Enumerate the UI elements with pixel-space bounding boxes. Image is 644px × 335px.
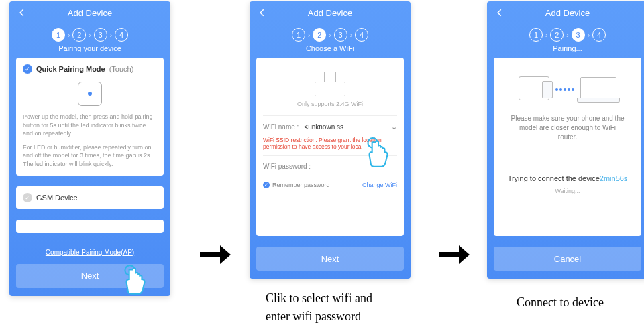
back-icon[interactable] bbox=[16, 7, 28, 19]
screen-pairing-progress: Add Device 1› 2› 3› 4 Pairing... Please … bbox=[487, 1, 644, 279]
phone-device-icon bbox=[519, 76, 549, 100]
subtitle: Pairing your device bbox=[9, 44, 170, 58]
pairing-card: Please make sure your phone and the mode… bbox=[494, 58, 641, 236]
wifi-name-field[interactable]: WiFi name : <unknown ss ⌄ bbox=[263, 115, 397, 134]
unchecked-icon: ✓ bbox=[23, 193, 32, 202]
next-button[interactable]: Next bbox=[256, 247, 404, 271]
gsm-device-card[interactable]: ✓ GSM Device bbox=[16, 186, 164, 209]
subtitle: Choose a WiFi bbox=[250, 44, 411, 58]
pairing-desc-1: Power up the model, then press and hold … bbox=[23, 113, 157, 138]
remember-password[interactable]: ✓Remember password bbox=[263, 182, 330, 188]
page-title: Add Device bbox=[487, 8, 644, 18]
next-button[interactable]: Next bbox=[16, 264, 164, 288]
step-2: 2 bbox=[72, 28, 86, 42]
pairing-desc-2: For LED or humidifier, please repeatedly… bbox=[23, 143, 157, 169]
cancel-button[interactable]: Cancel bbox=[494, 247, 641, 271]
quick-pairing-title: Quick Pairing Mode bbox=[36, 65, 105, 73]
subtitle: Pairing... bbox=[487, 44, 644, 58]
arrow-icon bbox=[197, 134, 232, 335]
step-indicator: 1› 2› 3› 4 bbox=[250, 24, 411, 44]
step-1: 1 bbox=[52, 28, 65, 42]
check-icon: ✓ bbox=[23, 64, 32, 74]
ssid-warning: WiFi SSID restriction. Please grant the … bbox=[263, 134, 397, 155]
screen-choose-wifi: Add Device 1› 2› 3› 4 Choose a WiFi Only… bbox=[250, 1, 411, 279]
caption-step2: Clik to select wifi andenter wifi passwo… bbox=[266, 289, 372, 326]
quick-pairing-card[interactable]: ✓ Quick Pairing Mode (Touch) Power up th… bbox=[16, 58, 164, 176]
laptop-device-icon bbox=[580, 77, 616, 100]
waiting-label: Waiting... bbox=[500, 182, 635, 221]
page-title: Add Device bbox=[9, 8, 170, 18]
wifi-name-value: <unknown ss bbox=[304, 123, 386, 131]
step-indicator: 1› 2› 3› 4 bbox=[487, 24, 644, 44]
arrow-icon bbox=[436, 134, 471, 335]
caption-step3: Connect to device bbox=[517, 293, 604, 312]
chevron-down-icon[interactable]: ⌄ bbox=[391, 123, 397, 131]
back-icon[interactable] bbox=[256, 7, 268, 19]
connect-status: Trying to connect the device2min56s bbox=[500, 154, 635, 182]
screen-pairing-mode: Add Device 1› 2› 3› 4 Pairing your devic… bbox=[9, 1, 170, 296]
router-icon bbox=[312, 70, 348, 96]
connection-illustration bbox=[500, 64, 635, 110]
back-icon[interactable] bbox=[494, 7, 506, 19]
step-4: 4 bbox=[115, 28, 128, 42]
extra-card[interactable] bbox=[16, 220, 164, 233]
proximity-note: Please make sure your phone and the mode… bbox=[500, 110, 635, 154]
gsm-label: GSM Device bbox=[36, 194, 78, 202]
wifi-card: Only supports 2.4G WiFi WiFi name : <unk… bbox=[256, 58, 404, 236]
step-3: 3 bbox=[94, 28, 107, 42]
wifi-support-note: Only supports 2.4G WiFi bbox=[263, 100, 397, 115]
step-indicator: 1› 2› 3› 4 bbox=[9, 24, 170, 44]
compat-link[interactable]: Compatible Pairing Mode(AP) bbox=[46, 249, 134, 256]
wifi-password-field[interactable]: WiFi password : bbox=[263, 155, 397, 173]
connection-dots-icon bbox=[555, 85, 575, 92]
device-icon bbox=[78, 82, 102, 106]
quick-pairing-suffix: (Touch) bbox=[109, 65, 134, 73]
change-wifi-link[interactable]: Change WiFi bbox=[362, 182, 397, 188]
page-title: Add Device bbox=[250, 8, 411, 18]
